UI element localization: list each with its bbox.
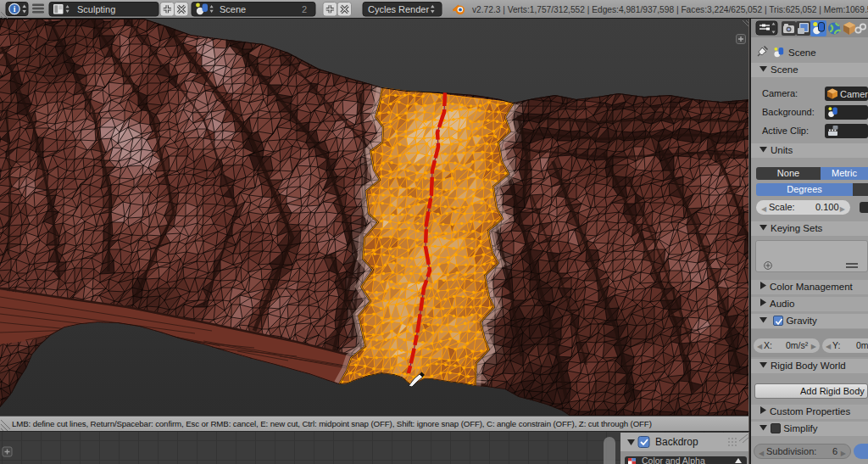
- svg-text:Cycles Render: Cycles Render: [368, 4, 429, 14]
- svg-text:Scene: Scene: [220, 4, 246, 14]
- svg-text:2: 2: [302, 4, 307, 14]
- svg-text:Sculpting: Sculpting: [77, 4, 115, 14]
- svg-text:v2.72.3 | Verts:1,757/312,552: v2.72.3 | Verts:1,757/312,552 | Edges:4,…: [472, 5, 868, 14]
- svg-text:Camera: Camera: [840, 89, 868, 99]
- svg-text:i: i: [14, 5, 16, 14]
- svg-text:Color and Alpha: Color and Alpha: [642, 456, 705, 464]
- svg-text:Scene: Scene: [788, 48, 816, 58]
